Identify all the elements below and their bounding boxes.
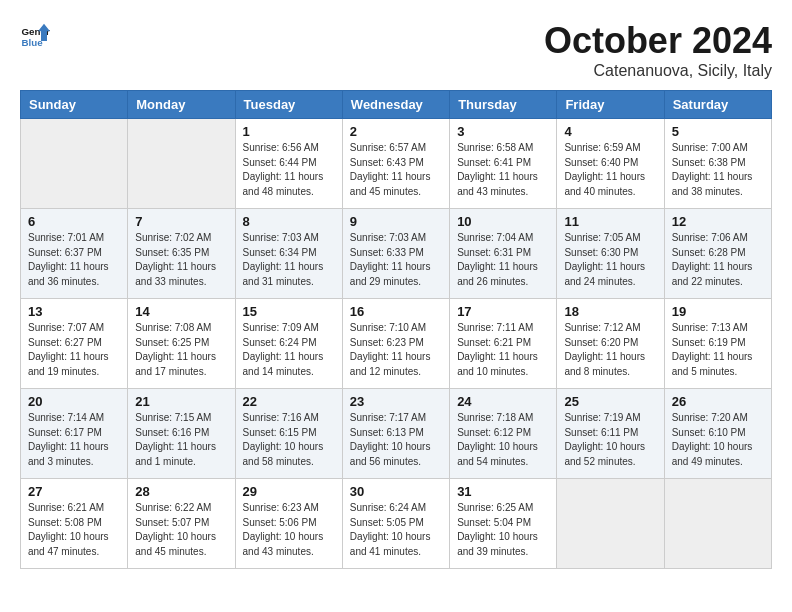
day-info: Sunrise: 6:22 AMSunset: 5:07 PMDaylight:… xyxy=(135,501,227,559)
day-info: Sunrise: 7:12 AMSunset: 6:20 PMDaylight:… xyxy=(564,321,656,379)
calendar-cell: 20Sunrise: 7:14 AMSunset: 6:17 PMDayligh… xyxy=(21,389,128,479)
calendar-cell xyxy=(128,119,235,209)
day-info: Sunrise: 7:17 AMSunset: 6:13 PMDaylight:… xyxy=(350,411,442,469)
calendar-cell: 19Sunrise: 7:13 AMSunset: 6:19 PMDayligh… xyxy=(664,299,771,389)
calendar-cell: 3Sunrise: 6:58 AMSunset: 6:41 PMDaylight… xyxy=(450,119,557,209)
weekday-header-monday: Monday xyxy=(128,91,235,119)
day-number: 10 xyxy=(457,214,549,229)
calendar-cell: 22Sunrise: 7:16 AMSunset: 6:15 PMDayligh… xyxy=(235,389,342,479)
calendar-cell: 21Sunrise: 7:15 AMSunset: 6:16 PMDayligh… xyxy=(128,389,235,479)
calendar-cell: 17Sunrise: 7:11 AMSunset: 6:21 PMDayligh… xyxy=(450,299,557,389)
calendar-cell: 23Sunrise: 7:17 AMSunset: 6:13 PMDayligh… xyxy=(342,389,449,479)
weekday-header-wednesday: Wednesday xyxy=(342,91,449,119)
calendar-cell: 31Sunrise: 6:25 AMSunset: 5:04 PMDayligh… xyxy=(450,479,557,569)
day-number: 24 xyxy=(457,394,549,409)
day-info: Sunrise: 7:13 AMSunset: 6:19 PMDaylight:… xyxy=(672,321,764,379)
day-number: 7 xyxy=(135,214,227,229)
header-row: SundayMondayTuesdayWednesdayThursdayFrid… xyxy=(21,91,772,119)
day-number: 31 xyxy=(457,484,549,499)
location-subtitle: Catenanuova, Sicily, Italy xyxy=(544,62,772,80)
day-number: 1 xyxy=(243,124,335,139)
day-info: Sunrise: 7:03 AMSunset: 6:34 PMDaylight:… xyxy=(243,231,335,289)
day-info: Sunrise: 7:10 AMSunset: 6:23 PMDaylight:… xyxy=(350,321,442,379)
calendar-cell: 14Sunrise: 7:08 AMSunset: 6:25 PMDayligh… xyxy=(128,299,235,389)
calendar-cell: 30Sunrise: 6:24 AMSunset: 5:05 PMDayligh… xyxy=(342,479,449,569)
day-number: 27 xyxy=(28,484,120,499)
day-info: Sunrise: 6:59 AMSunset: 6:40 PMDaylight:… xyxy=(564,141,656,199)
calendar-cell: 10Sunrise: 7:04 AMSunset: 6:31 PMDayligh… xyxy=(450,209,557,299)
calendar-cell: 25Sunrise: 7:19 AMSunset: 6:11 PMDayligh… xyxy=(557,389,664,479)
day-info: Sunrise: 7:11 AMSunset: 6:21 PMDaylight:… xyxy=(457,321,549,379)
svg-text:Blue: Blue xyxy=(22,37,44,48)
day-number: 13 xyxy=(28,304,120,319)
calendar-cell: 12Sunrise: 7:06 AMSunset: 6:28 PMDayligh… xyxy=(664,209,771,299)
day-number: 18 xyxy=(564,304,656,319)
calendar-table: SundayMondayTuesdayWednesdayThursdayFrid… xyxy=(20,90,772,569)
month-title: October 2024 xyxy=(544,20,772,62)
day-info: Sunrise: 7:16 AMSunset: 6:15 PMDaylight:… xyxy=(243,411,335,469)
calendar-week-4: 20Sunrise: 7:14 AMSunset: 6:17 PMDayligh… xyxy=(21,389,772,479)
day-number: 30 xyxy=(350,484,442,499)
day-info: Sunrise: 6:57 AMSunset: 6:43 PMDaylight:… xyxy=(350,141,442,199)
calendar-cell xyxy=(557,479,664,569)
day-number: 5 xyxy=(672,124,764,139)
calendar-cell: 15Sunrise: 7:09 AMSunset: 6:24 PMDayligh… xyxy=(235,299,342,389)
calendar-cell: 7Sunrise: 7:02 AMSunset: 6:35 PMDaylight… xyxy=(128,209,235,299)
day-number: 22 xyxy=(243,394,335,409)
day-number: 17 xyxy=(457,304,549,319)
day-info: Sunrise: 7:04 AMSunset: 6:31 PMDaylight:… xyxy=(457,231,549,289)
day-number: 26 xyxy=(672,394,764,409)
day-info: Sunrise: 7:19 AMSunset: 6:11 PMDaylight:… xyxy=(564,411,656,469)
day-number: 16 xyxy=(350,304,442,319)
calendar-cell: 11Sunrise: 7:05 AMSunset: 6:30 PMDayligh… xyxy=(557,209,664,299)
day-number: 25 xyxy=(564,394,656,409)
calendar-cell: 27Sunrise: 6:21 AMSunset: 5:08 PMDayligh… xyxy=(21,479,128,569)
title-block: October 2024 Catenanuova, Sicily, Italy xyxy=(544,20,772,80)
day-number: 3 xyxy=(457,124,549,139)
logo: General Blue xyxy=(20,20,50,50)
day-info: Sunrise: 7:09 AMSunset: 6:24 PMDaylight:… xyxy=(243,321,335,379)
day-info: Sunrise: 7:02 AMSunset: 6:35 PMDaylight:… xyxy=(135,231,227,289)
day-info: Sunrise: 6:21 AMSunset: 5:08 PMDaylight:… xyxy=(28,501,120,559)
day-info: Sunrise: 7:03 AMSunset: 6:33 PMDaylight:… xyxy=(350,231,442,289)
calendar-cell: 16Sunrise: 7:10 AMSunset: 6:23 PMDayligh… xyxy=(342,299,449,389)
day-info: Sunrise: 7:08 AMSunset: 6:25 PMDaylight:… xyxy=(135,321,227,379)
day-info: Sunrise: 6:58 AMSunset: 6:41 PMDaylight:… xyxy=(457,141,549,199)
calendar-week-1: 1Sunrise: 6:56 AMSunset: 6:44 PMDaylight… xyxy=(21,119,772,209)
day-number: 29 xyxy=(243,484,335,499)
calendar-cell: 29Sunrise: 6:23 AMSunset: 5:06 PMDayligh… xyxy=(235,479,342,569)
day-number: 14 xyxy=(135,304,227,319)
day-info: Sunrise: 7:14 AMSunset: 6:17 PMDaylight:… xyxy=(28,411,120,469)
calendar-cell: 6Sunrise: 7:01 AMSunset: 6:37 PMDaylight… xyxy=(21,209,128,299)
calendar-week-2: 6Sunrise: 7:01 AMSunset: 6:37 PMDaylight… xyxy=(21,209,772,299)
day-info: Sunrise: 7:07 AMSunset: 6:27 PMDaylight:… xyxy=(28,321,120,379)
day-number: 12 xyxy=(672,214,764,229)
day-info: Sunrise: 6:25 AMSunset: 5:04 PMDaylight:… xyxy=(457,501,549,559)
weekday-header-friday: Friday xyxy=(557,91,664,119)
calendar-cell: 1Sunrise: 6:56 AMSunset: 6:44 PMDaylight… xyxy=(235,119,342,209)
calendar-cell: 4Sunrise: 6:59 AMSunset: 6:40 PMDaylight… xyxy=(557,119,664,209)
day-number: 11 xyxy=(564,214,656,229)
day-info: Sunrise: 7:01 AMSunset: 6:37 PMDaylight:… xyxy=(28,231,120,289)
day-number: 21 xyxy=(135,394,227,409)
day-number: 28 xyxy=(135,484,227,499)
calendar-week-3: 13Sunrise: 7:07 AMSunset: 6:27 PMDayligh… xyxy=(21,299,772,389)
calendar-cell: 13Sunrise: 7:07 AMSunset: 6:27 PMDayligh… xyxy=(21,299,128,389)
day-number: 9 xyxy=(350,214,442,229)
day-info: Sunrise: 7:20 AMSunset: 6:10 PMDaylight:… xyxy=(672,411,764,469)
day-info: Sunrise: 6:56 AMSunset: 6:44 PMDaylight:… xyxy=(243,141,335,199)
weekday-header-saturday: Saturday xyxy=(664,91,771,119)
weekday-header-tuesday: Tuesday xyxy=(235,91,342,119)
day-number: 23 xyxy=(350,394,442,409)
day-number: 15 xyxy=(243,304,335,319)
weekday-header-sunday: Sunday xyxy=(21,91,128,119)
calendar-cell: 18Sunrise: 7:12 AMSunset: 6:20 PMDayligh… xyxy=(557,299,664,389)
day-number: 19 xyxy=(672,304,764,319)
calendar-cell: 9Sunrise: 7:03 AMSunset: 6:33 PMDaylight… xyxy=(342,209,449,299)
day-number: 4 xyxy=(564,124,656,139)
calendar-cell: 26Sunrise: 7:20 AMSunset: 6:10 PMDayligh… xyxy=(664,389,771,479)
weekday-header-thursday: Thursday xyxy=(450,91,557,119)
day-info: Sunrise: 6:24 AMSunset: 5:05 PMDaylight:… xyxy=(350,501,442,559)
calendar-cell: 2Sunrise: 6:57 AMSunset: 6:43 PMDaylight… xyxy=(342,119,449,209)
calendar-cell xyxy=(21,119,128,209)
